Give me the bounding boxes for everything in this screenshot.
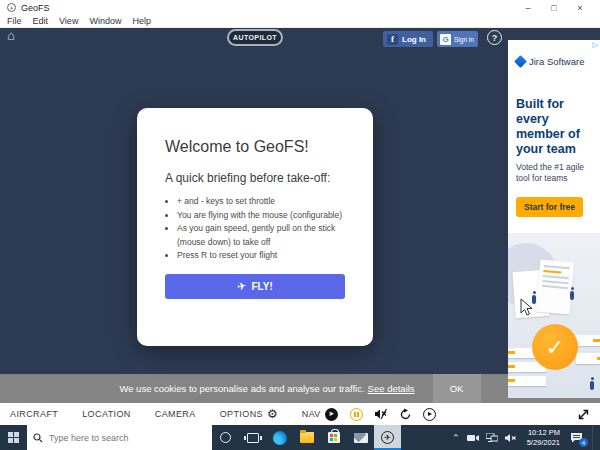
tray-volume-muted-icon[interactable] [505,433,517,443]
dialog-title: Welcome to GeoFS! [165,138,345,156]
menu-help[interactable]: Help [132,16,151,26]
windows-taskbar: ✈ ⌃ 10:12 PM 5/29/2021 4 [0,425,600,450]
google-signin-label: Sign in [454,36,474,43]
clock-date: 5/29/2021 [527,438,560,447]
store-button[interactable] [320,425,347,450]
dialog-subtitle: A quick briefing before take-off: [165,171,345,185]
taskbar-search[interactable] [27,425,212,450]
edge-button[interactable] [266,425,293,450]
clock-time: 10:12 PM [527,428,560,437]
notification-badge: 4 [579,438,588,447]
adchoices-icon[interactable]: ▷ [593,41,598,49]
task-view-icon [247,433,259,443]
autopilot-button[interactable]: AUTOPILOT [227,29,283,46]
mouse-cursor [520,298,533,317]
geofs-app-icon: ✈ [381,431,394,444]
mute-icon[interactable] [374,408,388,420]
facebook-login-button[interactable]: f Log In [383,31,433,47]
jira-brand: Jira Software [516,56,600,67]
illustration-person [590,381,594,390]
briefing-bullet: As you gain speed, gently pull on the st… [177,222,345,249]
geofs-taskbar-button[interactable]: ✈ [374,425,401,450]
window-titlebar: ✈ GeoFS – □ × [0,0,600,15]
ad-subtext: Voted the #1 agile tool for teams [516,162,592,184]
flight-sim-viewport[interactable]: ⌂ AUTOPILOT f Log In G Sign in ? ▷ Jira … [0,28,600,374]
camera-menu[interactable]: CAMERA [155,409,196,419]
plane-icon: ✈ [236,279,247,293]
jira-logo-icon [514,55,527,68]
check-icon: ✓ [546,335,564,360]
geofs-toolbar: AIRCRAFT LOCATION CAMERA OPTIONS ⚙ NAV ➤ [0,403,600,425]
aircraft-menu[interactable]: AIRCRAFT [10,409,58,419]
jira-brand-label: Jira Software [529,56,584,67]
menu-file[interactable]: File [7,16,22,26]
system-tray: ⌃ 10:12 PM 5/29/2021 4 [452,425,600,450]
tray-device-icon[interactable] [467,434,479,442]
mail-button[interactable] [347,425,374,450]
play-icon[interactable] [423,408,436,421]
tray-network-icon[interactable] [486,433,498,442]
fly-button-label: FLY! [251,281,272,292]
google-signin-button[interactable]: G Sign in [437,31,478,47]
task-view-button[interactable] [239,425,266,450]
show-desktop-button[interactable] [592,425,596,450]
mail-icon [354,433,368,443]
help-button[interactable]: ? [487,30,502,45]
menu-window[interactable]: Window [89,16,121,26]
briefing-bullet: You are flying with the mouse (configura… [177,209,345,223]
menu-view[interactable]: View [59,16,78,26]
start-for-free-button[interactable]: Start for free [516,197,583,217]
facebook-icon: f [387,34,398,45]
search-icon [33,433,43,443]
checkmark-ball: ✓ [532,324,578,370]
briefing-list: + and - keys to set throttle You are fly… [177,195,345,263]
menubar: File Edit View Window Help [0,15,600,28]
maximize-button[interactable]: □ [541,3,567,13]
fly-button[interactable]: ✈ FLY! [165,274,345,299]
window-title: GeoFS [21,3,50,13]
edge-icon [273,431,287,445]
illustration-card [576,353,600,364]
pause-icon[interactable] [350,408,363,421]
cortana-button[interactable] [212,425,239,450]
location-menu[interactable]: LOCATION [82,409,131,419]
cortana-icon [220,432,231,443]
illustration-tray [508,376,546,386]
briefing-bullet: + and - keys to set throttle [177,195,345,209]
action-center-button[interactable]: 4 [570,432,583,443]
menu-edit[interactable]: Edit [33,16,49,26]
google-icon: G [440,34,451,45]
illustration-document [536,260,574,315]
nav-menu[interactable]: NAV [302,409,321,419]
taskbar-clock[interactable]: 10:12 PM 5/29/2021 [524,428,563,447]
jira-ad-panel[interactable]: ▷ Jira Software Built for every member o… [508,40,600,398]
welcome-dialog: Welcome to GeoFS! A quick briefing befor… [137,108,373,346]
search-input[interactable] [49,433,189,443]
start-button[interactable] [0,425,27,450]
refresh-icon[interactable] [399,408,412,421]
facebook-login-label: Log In [402,35,426,44]
briefing-bullet: Press R to reset your flight [177,249,345,263]
cookie-details-link[interactable]: See details [368,383,415,394]
illustration-person [570,291,574,300]
cookie-ok-button[interactable]: OK [433,374,481,403]
cookie-message: We use cookies to personalise ads and an… [119,383,364,394]
tray-chevron-up-icon[interactable]: ⌃ [452,433,460,443]
geofs-window-icon: ✈ [7,3,16,12]
ad-headline: Built for every member of your team [516,97,592,157]
fullscreen-expand-icon[interactable] [577,408,590,421]
file-explorer-icon [300,432,314,443]
minimize-button[interactable]: – [515,3,541,13]
close-button[interactable]: × [567,3,593,13]
options-menu[interactable]: OPTIONS [220,409,263,419]
home-icon[interactable]: ⌂ [7,28,15,43]
gear-icon[interactable]: ⚙ [267,407,278,421]
windows-logo-icon [8,432,19,443]
nav-compass-icon[interactable]: ➤ [325,408,338,421]
file-explorer-button[interactable] [293,425,320,450]
store-icon [328,432,340,443]
